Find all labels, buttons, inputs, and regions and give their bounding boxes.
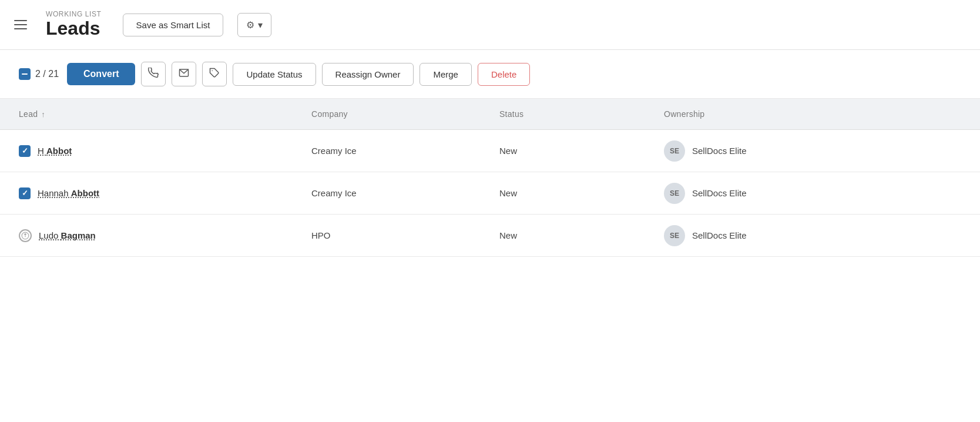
lead-first-name: H	[38, 146, 46, 156]
status-cell: New	[488, 136, 652, 165]
owner-name: SellDocs Elite	[692, 146, 747, 156]
gear-icon: ⚙	[246, 19, 254, 31]
row-checkbox[interactable]	[19, 187, 31, 199]
lead-name-link[interactable]: Ludo Bagman	[39, 230, 96, 240]
lead-cell: Hannah Abbott	[0, 178, 300, 209]
avatar: SE	[664, 183, 685, 204]
phone-button[interactable]	[141, 62, 166, 86]
lead-last-name: Bagman	[61, 230, 96, 240]
row-checkbox-unchecked[interactable]	[19, 229, 32, 242]
lead-last-name: Abbott	[71, 188, 99, 198]
menu-icon[interactable]	[14, 20, 27, 29]
owner-name: SellDocs Elite	[692, 188, 747, 198]
merge-button[interactable]: Merge	[419, 63, 472, 86]
ownership-cell: SESellDocs Elite	[652, 173, 980, 213]
phone-icon	[148, 68, 159, 81]
lead-name-link[interactable]: Hannah Abbott	[38, 188, 99, 198]
update-status-button[interactable]: Update Status	[233, 63, 316, 86]
save-smart-list-button[interactable]: Save as Smart List	[123, 14, 224, 36]
deselect-all-button[interactable]	[19, 68, 31, 80]
lead-last-name: Abbot	[46, 146, 72, 156]
company-cell: Creamy Ice	[300, 179, 488, 207]
col-header-ownership: Ownership	[652, 99, 980, 129]
lead-cell: H Abbot	[0, 136, 300, 166]
header: WORKING LIST Leads Save as Smart List ⚙ …	[0, 0, 980, 50]
status-cell: New	[488, 179, 652, 207]
chevron-down-icon: ▾	[258, 19, 263, 31]
lead-name-link[interactable]: H Abbot	[38, 146, 72, 156]
title-block: WORKING LIST Leads	[46, 11, 102, 39]
ownership-cell: SESellDocs Elite	[652, 216, 980, 256]
selection-indicator: 2 / 21	[19, 68, 59, 80]
status-cell: New	[488, 221, 652, 250]
toolbar: 2 / 21 Convert Update Status Reassign Ow…	[0, 50, 980, 99]
leads-table: Lead ↑ Company Status Ownership H AbbotC…	[0, 99, 980, 257]
gear-dropdown-button[interactable]: ⚙ ▾	[237, 13, 271, 37]
svg-point-3	[25, 233, 26, 235]
email-button[interactable]	[172, 62, 196, 86]
col-header-lead[interactable]: Lead ↑	[0, 99, 300, 129]
reassign-owner-button[interactable]: Reassign Owner	[322, 63, 414, 86]
delete-button[interactable]: Delete	[478, 63, 530, 86]
table-row: Hannah AbbottCreamy IceNewSESellDocs Eli…	[0, 172, 980, 215]
col-header-status: Status	[488, 99, 652, 129]
convert-button[interactable]: Convert	[67, 63, 135, 85]
lead-first-name: Hannah	[38, 188, 71, 198]
table-body: H AbbotCreamy IceNewSESellDocs EliteHann…	[0, 130, 980, 257]
page-title: Leads	[46, 18, 102, 39]
company-cell: HPO	[300, 221, 488, 250]
table-header: Lead ↑ Company Status Ownership	[0, 99, 980, 130]
company-cell: Creamy Ice	[300, 136, 488, 165]
col-header-company: Company	[300, 99, 488, 129]
selection-count: 2 / 21	[35, 69, 59, 79]
tag-icon	[209, 68, 220, 81]
lead-first-name: Ludo	[39, 230, 61, 240]
avatar: SE	[664, 225, 685, 246]
ownership-cell: SESellDocs Elite	[652, 131, 980, 171]
row-checkbox[interactable]	[19, 145, 31, 157]
lead-cell: Ludo Bagman	[0, 220, 300, 252]
avatar: SE	[664, 140, 685, 162]
tag-button[interactable]	[202, 62, 227, 86]
table-row: Ludo BagmanHPONewSESellDocs Elite	[0, 215, 980, 257]
email-icon	[179, 68, 189, 81]
sort-arrow-icon: ↑	[41, 110, 45, 119]
table-row: H AbbotCreamy IceNewSESellDocs Elite	[0, 130, 980, 172]
owner-name: SellDocs Elite	[692, 230, 747, 240]
